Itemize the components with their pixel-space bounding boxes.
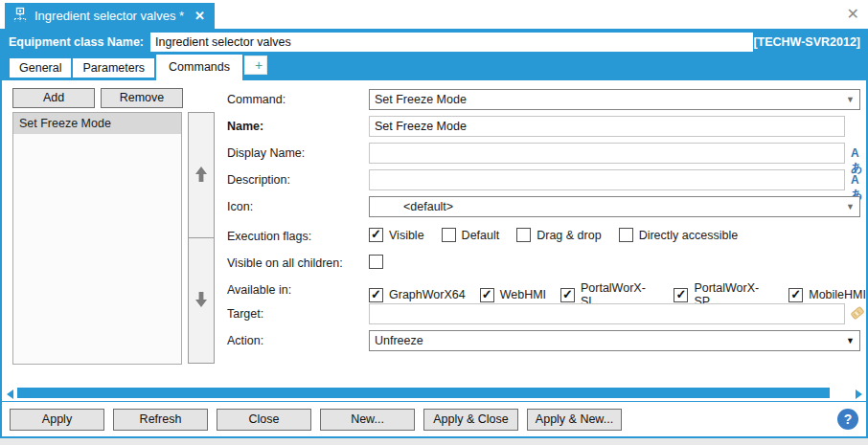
tag-icon[interactable] xyxy=(849,304,866,324)
checkbox-label: WebHMI xyxy=(500,288,546,301)
checkbox-icon[interactable] xyxy=(480,288,494,302)
chevron-down-icon: ▼ xyxy=(846,336,855,345)
document-tab-strip: Ingredient selector valves * ✕ ✕ xyxy=(0,0,868,29)
action-combobox-value: Unfreeze xyxy=(375,334,423,347)
apply-close-button[interactable]: Apply & Close xyxy=(423,409,518,431)
command-label: Command: xyxy=(227,93,286,106)
checkbox-icon[interactable] xyxy=(442,228,456,242)
window-close-icon[interactable]: ✕ xyxy=(847,5,859,24)
visible-children-group xyxy=(369,255,383,269)
tab-general[interactable]: General xyxy=(10,58,71,78)
checkbox-drag-drop[interactable]: Drag & drop xyxy=(516,228,601,242)
window-bottom-shadow xyxy=(0,438,868,445)
checkbox-icon[interactable] xyxy=(788,288,803,302)
tab-strip: General Parameters Commands + xyxy=(2,55,866,80)
checkbox-visible-on-all-children[interactable] xyxy=(369,255,383,269)
scroll-left-icon[interactable] xyxy=(7,389,13,399)
reorder-column xyxy=(188,112,215,365)
scrollbar-thumb[interactable] xyxy=(17,388,830,398)
equipment-class-editor-window: Ingredient selector valves * ✕ ✕ Equipme… xyxy=(0,0,868,445)
action-combobox[interactable]: Unfreeze ▼ xyxy=(369,330,860,351)
apply-new-button[interactable]: Apply & New... xyxy=(527,409,622,431)
scroll-right-icon[interactable] xyxy=(856,389,862,399)
localize-icon[interactable]: Aあ xyxy=(851,146,866,176)
checkbox-label: Visible xyxy=(389,229,424,242)
checkbox-icon[interactable] xyxy=(560,288,575,302)
equipment-class-name-input[interactable] xyxy=(150,33,753,52)
checkbox-label: Drag & drop xyxy=(537,229,601,242)
footer-button-bar: Apply Refresh Close New... Apply & Close… xyxy=(2,401,866,436)
checkbox-directly-accessible[interactable]: Directly accessible xyxy=(619,228,739,242)
checkbox-graphworx64[interactable]: GraphWorX64 xyxy=(369,288,466,302)
apply-button[interactable]: Apply xyxy=(10,409,104,431)
move-down-arrow-icon xyxy=(194,291,209,311)
remove-command-button[interactable]: Remove xyxy=(101,88,183,108)
checkbox-icon[interactable] xyxy=(619,228,633,242)
command-combobox-value: Set Freeze Mode xyxy=(375,93,467,106)
document-tab-title: Ingredient selector valves * xyxy=(34,9,184,23)
chevron-down-icon: ▼ xyxy=(846,95,855,104)
horizontal-scrollbar xyxy=(2,386,866,401)
editor-frame: Equipment class Name: [TECHW-SVR2012] Ge… xyxy=(0,29,868,438)
help-icon[interactable]: ? xyxy=(837,409,858,430)
name-label: Name: xyxy=(227,120,263,133)
checkbox-mobilehmi[interactable]: MobileHMI xyxy=(788,288,866,302)
target-label: Target: xyxy=(227,307,263,321)
icon-combobox[interactable]: <default> ▼ xyxy=(369,196,860,217)
refresh-button[interactable]: Refresh xyxy=(113,409,208,431)
available-in-label: Available in: xyxy=(227,283,291,297)
new-button[interactable]: New... xyxy=(320,409,415,431)
execution-flags-label: Execution flags: xyxy=(227,230,311,243)
commands-tab-content: Add Remove Set Freeze Mode Command: xyxy=(2,80,866,386)
move-down-button[interactable] xyxy=(188,237,215,364)
checkbox-icon[interactable] xyxy=(369,228,383,242)
display-name-label: Display Name: xyxy=(227,146,305,160)
equipment-class-name-label: Equipment class Name: xyxy=(9,35,144,49)
tab-commands[interactable]: Commands xyxy=(156,55,242,80)
move-up-arrow-icon xyxy=(194,166,209,186)
icon-combobox-value: <default> xyxy=(375,200,453,213)
execution-flags-group: Visible Default Drag & drop Directly acc… xyxy=(369,228,738,242)
list-item[interactable]: Set Freeze Mode xyxy=(13,113,181,134)
equipment-class-header: Equipment class Name: [TECHW-SVR2012] xyxy=(2,29,866,55)
target-input[interactable] xyxy=(369,303,845,324)
checkbox-label: Directly accessible xyxy=(639,229,739,242)
checkbox-webhmi[interactable]: WebHMI xyxy=(480,288,546,302)
tab-add-button[interactable]: + xyxy=(244,56,267,75)
icon-label: Icon: xyxy=(227,200,253,213)
add-command-button[interactable]: Add xyxy=(12,88,95,108)
close-button[interactable]: Close xyxy=(217,409,311,431)
server-badge: [TECHW-SVR2012] xyxy=(753,35,860,49)
checkbox-icon[interactable] xyxy=(516,228,531,242)
checkbox-icon[interactable] xyxy=(369,288,383,302)
equipment-class-icon xyxy=(12,7,28,25)
checkbox-visible[interactable]: Visible xyxy=(369,228,424,242)
visible-children-label: Visible on all children: xyxy=(227,256,343,270)
action-label: Action: xyxy=(227,334,263,347)
name-input[interactable] xyxy=(369,116,845,137)
checkbox-label: Default xyxy=(462,229,500,242)
description-input[interactable] xyxy=(369,169,845,190)
checkbox-default[interactable]: Default xyxy=(442,228,500,242)
description-label: Description: xyxy=(227,173,290,187)
checkbox-label: GraphWorX64 xyxy=(389,288,466,301)
command-combobox[interactable]: Set Freeze Mode ▼ xyxy=(369,89,860,110)
tab-parameters[interactable]: Parameters xyxy=(73,58,154,78)
checkbox-icon[interactable] xyxy=(369,255,383,269)
document-tab[interactable]: Ingredient selector valves * ✕ xyxy=(5,3,215,29)
chevron-down-icon: ▼ xyxy=(846,202,855,211)
document-tab-close-icon[interactable]: ✕ xyxy=(194,9,205,23)
checkbox-label: MobileHMI xyxy=(809,288,866,301)
move-up-button[interactable] xyxy=(188,112,215,238)
command-list: Set Freeze Mode xyxy=(12,112,182,365)
display-name-input[interactable] xyxy=(369,143,845,164)
checkbox-icon[interactable] xyxy=(674,288,688,302)
